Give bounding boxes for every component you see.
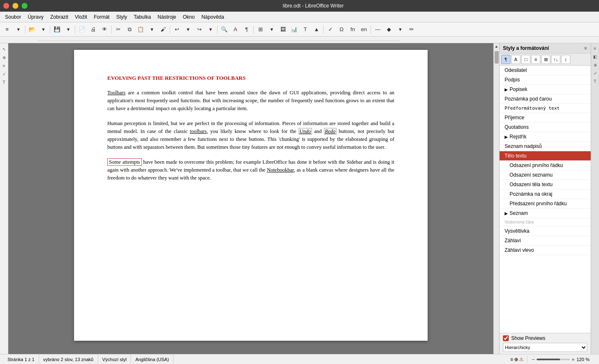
style-btn-list[interactable]: ⊞ — [541, 55, 550, 64]
image-button[interactable]: 🖼 — [277, 24, 288, 35]
zoom-slider[interactable] — [537, 359, 570, 360]
scroll-up-button[interactable]: ▲ — [494, 43, 500, 49]
footnote-button[interactable]: fn — [347, 24, 358, 35]
style-item-preformatted[interactable]: Předformátovaný text — [500, 104, 591, 113]
style-item-quotations[interactable]: Quotations — [500, 123, 591, 132]
status-icon-err[interactable]: ⚠ — [519, 357, 524, 362]
menu-nastroje[interactable]: Nástroje — [154, 13, 180, 21]
fontcolor-button[interactable]: ▲ — [311, 24, 322, 35]
style-item-seznam[interactable]: ▶Seznam — [500, 209, 591, 218]
nonprinting-button[interactable]: ¶ — [241, 24, 252, 35]
left-icon-T[interactable]: T — [1, 79, 7, 86]
style-item-vodorovna[interactable]: Vodorovná čára — [500, 218, 591, 226]
style-item-poznamka-okraj[interactable]: Poznámka na okraj — [500, 189, 591, 199]
zoom-out-button[interactable]: − — [532, 356, 535, 363]
endnote-button[interactable]: en — [359, 24, 369, 35]
style-item-odsazeni-prvniho[interactable]: Odsazení prvního řádku — [500, 161, 591, 170]
redo-button[interactable]: ↪ — [194, 24, 205, 35]
zoom-in-button[interactable]: + — [572, 356, 575, 363]
style-item-poznamka[interactable]: Poznámka pod čarou — [500, 94, 591, 104]
status-icon-2[interactable]: ⊕ — [514, 357, 518, 362]
maximize-button[interactable] — [22, 3, 27, 9]
open-arrow[interactable]: ▾ — [38, 24, 49, 35]
hierarchy-select[interactable]: Hierarchicky — [503, 343, 587, 352]
right-icon-1[interactable]: ≡ — [592, 45, 599, 52]
style-item-vysvetlivka[interactable]: Vysvětlivka — [500, 226, 591, 236]
style-item-popisek[interactable]: ▶Popisek — [500, 85, 591, 94]
copy-button[interactable]: ⧉ — [124, 24, 135, 35]
textbox-button[interactable]: T — [300, 24, 311, 35]
right-icon-T[interactable]: T — [592, 78, 599, 85]
clone-format-button[interactable]: 🖌 — [158, 24, 168, 35]
line-button[interactable]: — — [372, 24, 383, 35]
save-button[interactable]: 💾 — [52, 24, 62, 35]
menu-styly[interactable]: Styly — [113, 13, 130, 21]
undo-button[interactable]: ↩ — [171, 24, 182, 35]
close-button[interactable] — [3, 3, 9, 9]
style-item-zahlavi-vlevo[interactable]: Záhlaví vlevo — [500, 246, 591, 255]
styles-close-button[interactable]: × — [584, 45, 587, 52]
style-item-rejstrik[interactable]: ▶Rejstřík — [500, 132, 591, 142]
minimize-button[interactable] — [12, 3, 18, 9]
style-item-prijemce[interactable]: Příjemce — [500, 113, 591, 123]
show-previews-checkbox[interactable] — [503, 335, 509, 341]
right-icon-check[interactable]: ✓ — [592, 70, 599, 76]
paste-button[interactable]: 📋 — [135, 24, 146, 35]
chart-button[interactable]: 📊 — [289, 24, 300, 35]
notebookbar-underline: Notebookbar — [267, 167, 294, 173]
style-item-odesilatel[interactable]: Odesilatel — [500, 66, 591, 75]
undo-arrow[interactable]: ▾ — [183, 24, 193, 35]
style-btn-frame[interactable]: □ — [521, 55, 530, 64]
doc-scrollbar[interactable]: ▲ — [493, 43, 499, 354]
cut-button[interactable]: ✂ — [113, 24, 124, 35]
menu-okno[interactable]: Okno — [180, 13, 198, 21]
menu-tabulka[interactable]: Tabulka — [130, 13, 154, 21]
style-btn-update[interactable]: ↕ — [561, 55, 570, 64]
print-preview-button[interactable]: 👁 — [99, 24, 110, 35]
menu-format[interactable]: Formát — [90, 13, 113, 21]
print-button[interactable]: 🖨 — [88, 24, 99, 35]
shapes-arrow[interactable]: ▾ — [395, 24, 406, 35]
table-arrow[interactable]: ▾ — [266, 24, 277, 35]
style-item-predsazeni[interactable]: Předsazení prvního řádku — [500, 199, 591, 209]
new-doc-arrow[interactable]: ▾ — [13, 24, 24, 35]
open-button[interactable]: 📂 — [27, 24, 37, 35]
save-arrow[interactable]: ▾ — [63, 24, 74, 35]
style-item-podpis[interactable]: Podpis — [500, 75, 591, 85]
menu-zobrazit[interactable]: Zobrazit — [47, 13, 72, 21]
left-icon-check[interactable]: ✓ — [1, 71, 7, 77]
right-icon-2[interactable]: ◧ — [592, 53, 599, 60]
scroll-thumb[interactable] — [495, 51, 499, 64]
redo-arrow[interactable]: ▾ — [205, 24, 216, 35]
style-btn-char[interactable]: A — [511, 55, 520, 64]
menu-napoveda[interactable]: Nápověda — [198, 13, 228, 21]
draw-button[interactable]: ✏ — [406, 24, 417, 35]
style-item-telo-textu[interactable]: Tělo textu — [500, 151, 591, 161]
export-pdf-button[interactable]: 📄 — [77, 24, 87, 35]
style-item-zahlavi[interactable]: Záhlaví — [500, 236, 591, 246]
left-icon-zoom[interactable]: ⊕ — [1, 54, 7, 61]
menu-upravy[interactable]: Úpravy — [25, 13, 47, 21]
fontwork-button[interactable]: A — [230, 24, 241, 35]
style-btn-page[interactable]: ≡ — [531, 55, 540, 64]
left-icon-select[interactable]: ↖ — [1, 46, 7, 52]
styles-list[interactable]: Odesilatel Podpis ▶Popisek Poznámka pod … — [500, 66, 591, 333]
status-icon-1[interactable]: ≡ — [510, 357, 513, 362]
style-item-odsazeni-seznamu[interactable]: Odsazení seznamu — [500, 170, 591, 180]
style-item-odsazeni-tela[interactable]: Odsazení těla textu — [500, 180, 591, 189]
find-button[interactable]: 🔍 — [219, 24, 230, 35]
style-btn-new[interactable]: ↑↓ — [551, 55, 560, 64]
document-area[interactable]: EVOLVING PAST THE RESTRICTIONS OF TOOLBA… — [8, 43, 493, 354]
special-char-button[interactable]: Ω — [336, 24, 347, 35]
new-doc-button[interactable]: ≡ — [2, 24, 12, 35]
right-icon-3[interactable]: ⊕ — [592, 61, 599, 68]
left-icon-nav[interactable]: ≡ — [1, 62, 7, 69]
table-button[interactable]: ⊞ — [255, 24, 266, 35]
style-item-seznam-nadpisu[interactable]: Seznam nadpisů — [500, 142, 591, 151]
spellcheck-button[interactable]: ✓ — [325, 24, 336, 35]
menu-vlozit[interactable]: Vložit — [72, 13, 90, 21]
menu-soubor[interactable]: Soubor — [2, 13, 25, 21]
style-btn-para[interactable]: ¶ — [501, 55, 510, 64]
paste-arrow[interactable]: ▾ — [146, 24, 157, 35]
shapes-button[interactable]: ◆ — [384, 24, 394, 35]
